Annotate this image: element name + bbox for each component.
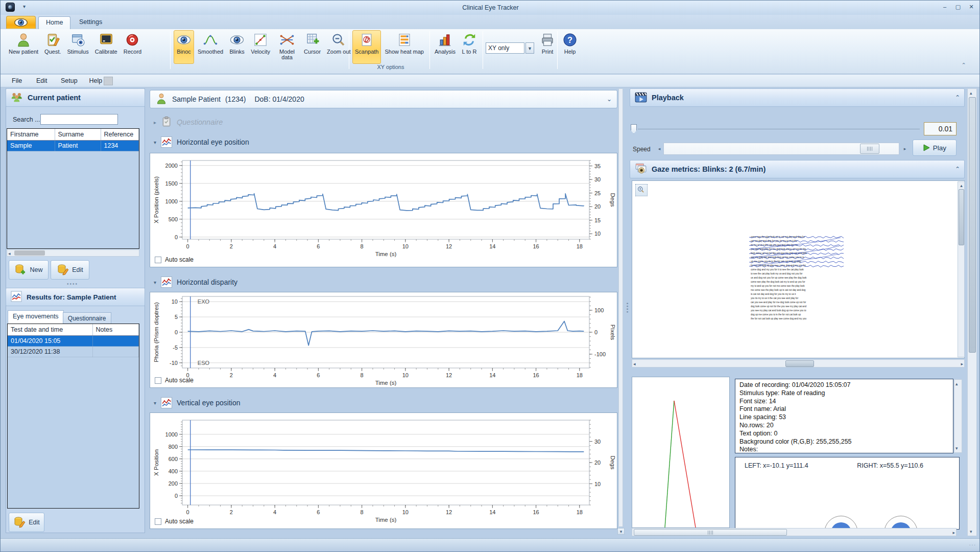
section-header-horizontal-disparity[interactable]: ▾Horizontal disparity xyxy=(154,274,613,290)
cursor-button[interactable]: Cursor xyxy=(301,30,323,62)
menu-setup[interactable]: Setup xyxy=(58,76,81,85)
speed-right-icon[interactable]: ▸ xyxy=(901,144,909,154)
collapse-up-icon[interactable]: ⌃ xyxy=(955,166,960,173)
timeline-thumb[interactable] xyxy=(631,124,637,134)
scanpath-vscrollbar[interactable]: ▴ xyxy=(958,181,965,357)
collapse-up-icon[interactable]: ⌃ xyxy=(955,94,960,101)
window-vscrollbar[interactable]: ▴ ▾ xyxy=(967,88,977,536)
column-splitter[interactable]: •••• xyxy=(626,303,628,314)
scroll-down-icon[interactable]: ▾ xyxy=(955,445,958,451)
table-row[interactable]: 30/12/2020 11:38 xyxy=(8,347,139,357)
scrollbar-thumb[interactable] xyxy=(14,250,45,256)
speed-slider-thumb[interactable] xyxy=(860,144,879,154)
chevron-right-icon[interactable]: ▸ xyxy=(154,120,156,125)
zoom-out-button[interactable]: Zoom out xyxy=(324,30,353,62)
maximize-button[interactable]: ▢ xyxy=(952,3,964,11)
l-to-r-button[interactable]: L to R xyxy=(459,30,480,62)
patients-table[interactable]: FirstnameSurnameReferenceSamplePatient12… xyxy=(7,128,139,249)
scroll-right-icon[interactable]: ▸ xyxy=(952,530,955,536)
checkbox[interactable] xyxy=(155,257,161,263)
dropdown-arrow-icon[interactable]: ▼ xyxy=(525,42,534,54)
velocity-button[interactable]: Velocity xyxy=(248,30,273,62)
panel-splitter[interactable]: •••• xyxy=(67,283,78,285)
record-button[interactable]: Record xyxy=(121,30,144,62)
table-row[interactable]: SamplePatient1234 xyxy=(7,141,139,151)
checkbox[interactable] xyxy=(155,377,161,384)
center-vscrollbar[interactable] xyxy=(618,88,623,527)
auto-scale-checkbox[interactable]: Auto scale xyxy=(155,518,194,525)
new-patient-button[interactable]: New xyxy=(9,260,49,280)
bottom-hscrollbar[interactable]: ▸ xyxy=(632,528,957,536)
calibrate-button[interactable]: Calibrate xyxy=(92,30,120,62)
scroll-right-icon[interactable]: ▸ xyxy=(961,361,963,367)
gaze-metrics-header[interactable]: Gaze metrics: Blinks: 2 (6.7/min) ⌃ xyxy=(630,160,965,178)
scroll-left-icon[interactable]: ◂ xyxy=(633,361,636,367)
edit-patient-button[interactable]: Edit xyxy=(51,260,89,280)
edit-result-button[interactable]: Edit xyxy=(9,513,44,532)
scroll-up-icon[interactable]: ▴ xyxy=(970,90,972,96)
chevron-down-icon[interactable]: ▾ xyxy=(154,400,156,406)
minimize-button[interactable]: – xyxy=(939,3,950,11)
stimulus-button[interactable]: Stimulus xyxy=(65,30,91,62)
timeline-track[interactable] xyxy=(638,129,920,129)
scroll-down-icon[interactable]: ▾ xyxy=(617,528,625,535)
analysis-button[interactable]: Analysis xyxy=(432,30,458,62)
scanpath-view[interactable]: come see the play look up is cat not day… xyxy=(632,180,965,358)
scanpath-hscrollbar[interactable]: ◂ ▸ xyxy=(632,359,965,367)
menu-edit[interactable]: Edit xyxy=(33,76,51,85)
model-data-button[interactable]: Model data xyxy=(274,30,300,62)
ribbon-collapse-icon[interactable]: ⌃ xyxy=(959,62,969,70)
info-vscrollbar[interactable]: ▴ ▾ xyxy=(954,379,962,453)
patient-info-bar[interactable]: Sample Patient (1234) DoB: 01/4/2020 ⌄ xyxy=(150,90,617,108)
show-heat-map-button[interactable]: Show heat map xyxy=(382,30,426,62)
tab-eye-movements[interactable]: Eye movements xyxy=(8,310,64,324)
close-button[interactable]: ✕ xyxy=(966,3,977,11)
help-button[interactable]: ?Help xyxy=(560,30,580,62)
new-patient-button[interactable]: New patient xyxy=(6,30,41,62)
auto-scale-checkbox[interactable]: Auto scale xyxy=(155,256,194,263)
scroll-down-icon[interactable]: ▾ xyxy=(970,528,972,535)
search-input[interactable] xyxy=(40,114,118,125)
tab-home[interactable]: Home xyxy=(38,16,70,29)
chevron-down-icon[interactable]: ▾ xyxy=(154,280,156,285)
tab-settings[interactable]: Settings xyxy=(72,16,109,29)
application-eye-button[interactable] xyxy=(6,16,36,29)
scrollbar-thumb[interactable] xyxy=(634,529,787,536)
zoom-in-button[interactable] xyxy=(635,184,648,196)
section-header-horizontal-eye-position[interactable]: ▾Horizontal eye position xyxy=(154,134,613,150)
smoothed-button[interactable]: Smoothed xyxy=(195,30,226,62)
scroll-left-icon[interactable]: ◂ xyxy=(8,250,11,257)
blinks-button[interactable]: Blinks xyxy=(227,30,247,62)
xy-options-dropdown[interactable]: XY only xyxy=(486,42,524,54)
menu-help[interactable]: Help xyxy=(86,76,106,85)
column-header[interactable]: Reference xyxy=(101,129,139,141)
scroll-up-icon[interactable]: ▴ xyxy=(955,381,958,387)
results-table[interactable]: Test date and timeNotes01/04/2020 15:05 … xyxy=(7,324,139,509)
scanpath-button[interactable]: Scanpath xyxy=(352,30,381,64)
auto-scale-checkbox[interactable]: Auto scale xyxy=(155,377,194,384)
questionnaire-section-collapsed[interactable]: ▸ Questionnaire xyxy=(154,114,613,130)
column-header[interactable]: Notes xyxy=(92,324,139,336)
column-header[interactable]: Surname xyxy=(55,129,101,141)
binoc-button[interactable]: Binoc xyxy=(174,30,194,64)
chevron-down-icon[interactable]: ⌄ xyxy=(607,96,612,103)
speed-left-icon[interactable]: ◂ xyxy=(656,144,663,154)
menu-file[interactable]: File xyxy=(9,76,25,85)
checkbox[interactable] xyxy=(155,518,161,525)
scrollbar-thumb[interactable] xyxy=(959,189,964,245)
patients-hscrollbar[interactable]: ◂ xyxy=(7,249,139,257)
column-header[interactable]: Test date and time xyxy=(8,324,92,336)
quest--button[interactable]: Quest. xyxy=(42,30,63,62)
column-header[interactable]: Firstname xyxy=(7,129,55,141)
chevron-down-icon[interactable]: ▾ xyxy=(154,140,156,145)
playback-header[interactable]: Playback ⌃ xyxy=(630,88,965,107)
section-header-vertical-eye-position[interactable]: ▾Vertical eye position xyxy=(154,395,613,410)
resize-grip[interactable]: ∙∙∙ xyxy=(969,544,976,546)
play-button[interactable]: Play xyxy=(913,140,957,156)
table-row[interactable]: 01/04/2020 15:05 xyxy=(8,336,139,347)
tab-questionnaire[interactable]: Questionnaire xyxy=(63,312,111,324)
scroll-up-icon[interactable]: ▴ xyxy=(959,182,964,189)
print-button[interactable]: Print xyxy=(537,30,558,62)
scrollbar-thumb[interactable] xyxy=(785,360,814,367)
scrollbar-thumb[interactable] xyxy=(969,97,976,353)
